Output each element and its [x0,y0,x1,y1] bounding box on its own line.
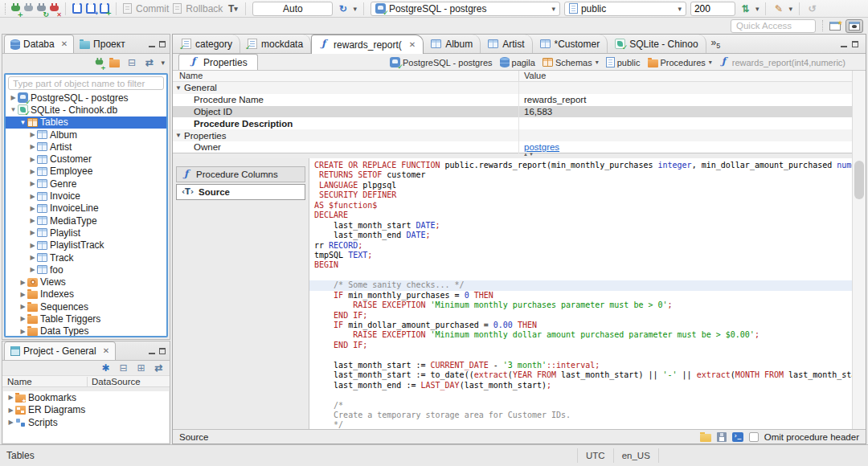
fetch-size-input[interactable] [690,2,735,16]
expand-arrow-icon[interactable]: ▶ [28,254,37,261]
view-menu-icon[interactable]: ▾ [161,59,165,67]
object-filter-input[interactable] [8,76,164,90]
tree-item-table-triggers[interactable]: ▶Table Triggers [6,313,166,325]
tx-mode-select[interactable]: Auto [252,2,333,16]
column-datasource[interactable]: DataSource [87,377,170,386]
pen-icon[interactable]: ✎ [772,2,784,14]
schema-select[interactable]: public ▾ [564,2,686,16]
expand-arrow-icon[interactable]: ▶ [28,180,37,187]
property-value[interactable] [518,129,866,141]
maximize-icon[interactable] [851,40,859,48]
tree-item-sequences[interactable]: ▶Sequences [6,300,166,313]
source-code-viewer[interactable]: CREATE OR REPLACE FUNCTION public.reward… [309,158,866,429]
property-value[interactable] [518,117,866,129]
breadcrumb-rewards-report-int4-numeric[interactable]: rewards_report(int4,numeric) [717,57,848,67]
column-value[interactable]: Value [518,71,866,81]
undo-icon[interactable]: ↺ [806,2,818,14]
breadcrumb-procedures[interactable]: Procedures▾ [645,58,714,67]
close-icon[interactable]: ✕ [103,347,109,355]
tab-projects[interactable]: Проект [74,35,131,53]
expand-arrow-icon[interactable]: ▶ [18,303,27,310]
vertical-scrollbar[interactable] [852,71,866,429]
property-row-procedure-name[interactable]: Procedure Namerewards_report [173,94,866,106]
sync-icon[interactable]: ⇅ [739,2,751,14]
connect-icon[interactable] [24,3,33,14]
link-editor-icon[interactable]: ⇄ [143,57,155,69]
tree-item-track[interactable]: ▶Track [6,251,166,264]
tree-item-artist[interactable]: ▶Artist [6,141,166,153]
property-row-procedure-description[interactable]: Procedure Description [173,117,866,129]
minimize-icon[interactable] [840,40,848,48]
tree-item-customer[interactable]: ▶Customer [6,153,166,165]
sync-dropdown-icon[interactable]: ▾ [755,5,760,13]
column-name[interactable]: Name [173,71,518,81]
expand-arrow-icon[interactable]: ▶ [28,193,37,200]
property-value[interactable]: rewards_report [518,94,866,106]
minimize-icon[interactable] [148,40,156,48]
project-item-scripts[interactable]: ▶Scripts [3,416,169,429]
new-connection-icon[interactable]: + [96,58,103,67]
tree-item-playlisttrack[interactable]: ▶PlaylistTrack [6,239,166,251]
expand-arrow-icon[interactable]: ▶ [18,279,27,286]
close-icon[interactable]: ✕ [409,41,416,49]
property-value[interactable]: postgres [518,141,866,153]
reconnect-icon[interactable]: ↻ [37,3,46,14]
tab-overflow-button[interactable]: »5 [706,37,726,50]
property-row-properties[interactable]: ▼Properties [173,129,866,141]
property-row-object-id[interactable]: Object ID16,583 [173,106,866,118]
tree-item-invoice[interactable]: ▶Invoice [6,190,166,202]
expand-arrow-icon[interactable]: ▶ [28,131,37,138]
pen-dropdown-icon[interactable]: ▾ [788,5,792,13]
tree-item-tables[interactable]: ▼Tables [6,117,166,129]
gear-icon[interactable]: ✱ [100,362,112,374]
close-icon[interactable]: ✕ [61,40,68,48]
connection-select[interactable]: PostgreSQL - postgres ▾ [371,2,560,16]
editor-tab-artist[interactable]: Artist [481,35,532,53]
expand-arrow-icon[interactable]: ▶ [28,229,37,236]
tree-item-mediatype[interactable]: ▶MediaType [6,215,166,227]
project-item-er-diagrams[interactable]: ▶ER Diagrams [3,404,169,417]
tree-item-employee[interactable]: ▶Employee [6,166,166,178]
tree-item-foo[interactable]: ▶foo [6,264,166,276]
recent-sql-editor-icon[interactable]: → [86,3,96,14]
expand-arrow-icon[interactable]: ▶ [28,266,37,273]
tree-item-postgresql-postgres[interactable]: ▶PostgreSQL - postgres [6,92,166,104]
tree-item-views[interactable]: ▶Views [6,276,166,288]
editor-tab-rewards-report[interactable]: rewards_report(✕ [311,35,424,54]
tree-item-playlist[interactable]: ▶Playlist [6,227,166,239]
expand-arrow-icon[interactable]: ▶ [28,242,37,249]
commit-button[interactable]: Commit [136,3,169,14]
new-connection-icon[interactable]: + [11,3,20,14]
tree-item-indexes[interactable]: ▶Indexes [6,288,166,300]
property-value[interactable] [518,82,866,94]
status-timezone[interactable]: UTC [577,448,613,463]
new-sql-editor-icon[interactable]: + [100,3,109,14]
chevron-down-icon[interactable]: ▾ [596,59,599,66]
expand-arrow-icon[interactable]: ▶ [9,94,18,101]
breadcrumb-pagila[interactable]: pagila [497,57,538,67]
page-tab-source[interactable]: Source [176,184,305,200]
collapse-all-icon[interactable]: ⊟ [117,362,129,374]
expand-arrow-icon[interactable]: ▶ [18,328,27,335]
editor-tab-sqlite-chinoo[interactable]: SQLite - Chinoo [608,35,706,53]
load-from-file-icon[interactable] [700,434,711,442]
expand-all-icon[interactable]: ⊞ [135,362,147,374]
tab-properties[interactable]: Properties [178,54,258,70]
rollback-icon[interactable] [173,3,182,14]
rollback-button[interactable]: Rollback [186,3,223,14]
tree-item-genre[interactable]: ▶Genre [6,178,166,190]
transaction-log-icon[interactable]: T▾ [227,2,239,14]
breadcrumb-public[interactable]: public [604,57,643,67]
expand-arrow-icon[interactable]: ▶ [28,156,37,163]
chevron-down-icon[interactable]: ▾ [709,59,712,66]
minimize-icon[interactable] [148,347,156,355]
page-tab-procedure-columns[interactable]: Procedure Columns [176,166,305,182]
tree-item-invoiceline[interactable]: ▶InvoiceLine [6,202,166,215]
editor-tab-customer[interactable]: *Customer [533,35,608,53]
new-folder-icon[interactable] [109,59,120,67]
tab-project-general[interactable]: Project - General ✕ [4,341,116,360]
omit-header-checkbox[interactable] [749,432,759,442]
tree-item-data-types[interactable]: ▶Data Types [6,325,166,337]
project-item-bookmarks[interactable]: ▶Bookmarks [3,391,169,404]
expand-arrow-icon[interactable]: ▶ [28,217,37,224]
